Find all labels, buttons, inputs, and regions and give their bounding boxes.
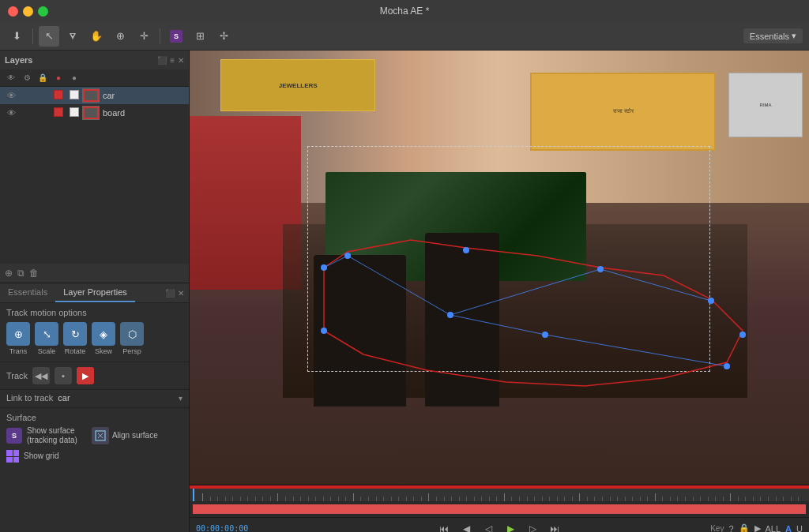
persp-btn-wrapper: ⬡ Persp [120, 322, 144, 355]
tab-essentials[interactable]: Essentials [0, 283, 55, 302]
timeline-cursor[interactable] [193, 489, 194, 501]
lock-icon[interactable]: 🔒 [739, 523, 750, 532]
show-surface-row: S Show surface (tracking data) Align sur… [0, 424, 189, 448]
s-tool-button[interactable]: S [166, 26, 186, 47]
ruler-marks [202, 489, 806, 501]
layer-board-color2[interactable] [66, 107, 82, 118]
track-motion-buttons: ⊕ Trans ⤡ Scale ↻ Rotate [0, 320, 189, 360]
duplicate-layer-icon[interactable]: ⧉ [17, 268, 24, 279]
close-button[interactable] [8, 6, 18, 17]
bezier-tool-button[interactable]: ✢ [213, 26, 234, 47]
props-pin-icon[interactable]: ⬛ [165, 289, 175, 298]
show-surface-sub: (tracking data) [27, 436, 77, 445]
layer-car-name: car [103, 91, 186, 100]
show-grid-row: Show grid [0, 448, 189, 465]
transform-tool-button[interactable]: ✛ [134, 26, 154, 47]
layer-car-swatch-red [54, 90, 63, 99]
layers-empty-area [0, 122, 189, 264]
layer-car-color1[interactable] [51, 90, 66, 101]
timecode-display: 00:00:00:00 [196, 524, 248, 532]
track-motion-label: Track motion options [0, 303, 189, 320]
timeline-bar-1 [193, 504, 806, 514]
layers-close-icon[interactable]: ✕ [178, 56, 184, 65]
tab-layer-properties[interactable]: Layer Properties [55, 283, 135, 302]
all-label[interactable]: ALL [766, 524, 781, 533]
go-start-button[interactable]: ⏮ [436, 521, 452, 533]
scale-button[interactable]: ⤡ [35, 322, 58, 346]
window-controls[interactable] [8, 6, 48, 17]
timeline-ruler[interactable] [190, 489, 809, 501]
scale-label: Scale [38, 347, 56, 355]
align-surface-icon[interactable] [92, 427, 109, 444]
skew-label: Skew [95, 347, 112, 355]
layer-car-color2[interactable] [66, 90, 82, 101]
props-close-icon[interactable]: ✕ [178, 289, 184, 298]
layers-header-icons: ⬛ ≡ ✕ [157, 56, 184, 65]
forward-frame-button[interactable]: ▷ [525, 521, 540, 533]
minimize-button[interactable] [23, 6, 33, 17]
step-back-button[interactable]: ◀ [458, 521, 474, 533]
show-grid-label: Show grid [24, 451, 58, 461]
layer-board-swatch-red [54, 107, 63, 117]
back-frame-button[interactable]: ◁ [480, 521, 496, 533]
layer-board-color1[interactable] [51, 107, 66, 118]
window-title: Mocha AE * [380, 6, 430, 17]
hand-tool-button[interactable]: ✋ [86, 26, 107, 47]
u-icon[interactable]: U [796, 524, 803, 533]
grid-cell-4 [13, 457, 20, 463]
layer-car-eye-icon[interactable]: 👁 [3, 91, 19, 100]
maximize-button[interactable] [38, 6, 48, 17]
link-value: car [58, 393, 70, 403]
grid-tool-button[interactable]: ⊞ [190, 26, 210, 47]
layer-board-name: board [103, 108, 186, 118]
layer-board-thumbnail [82, 106, 100, 120]
trans-label: Trans [9, 347, 28, 355]
main-layout: Layers ⬛ ≡ ✕ 👁 ⚙ 🔒 ● ● 👁 [0, 51, 809, 532]
link-label: Link to track [6, 393, 53, 403]
trans-btn-wrapper: ⊕ Trans [6, 322, 30, 355]
props-header-controls: ⬛ ✕ [135, 283, 189, 302]
keyframe-help-icon[interactable]: ? [728, 524, 733, 533]
trans-button[interactable]: ⊕ [6, 322, 30, 346]
skew-icon: ◈ [100, 328, 107, 340]
layer-row-board[interactable]: 👁 board [0, 104, 189, 122]
main-toolbar: ⬇ ↖ ⛛ ✋ ⊕ ✛ S ⊞ ✢ Essentials ▾ [0, 22, 809, 51]
show-surface-text: Show surface (tracking data) [27, 426, 77, 445]
video-canvas[interactable]: JEWELLERS राजा स्टोर RIMA [190, 51, 809, 485]
select-tool-button[interactable]: ↖ [39, 26, 59, 47]
magnet-tool-button[interactable]: ⛛ [62, 26, 83, 47]
align-icon-svg [95, 430, 106, 441]
track-back-end-button[interactable]: ◀◀ [32, 367, 50, 384]
scale-icon: ⤡ [43, 328, 51, 340]
layers-collapse-icon[interactable]: ⬛ [157, 56, 167, 65]
a-icon[interactable]: A [785, 524, 792, 533]
layers-toolbar: ⊕ ⧉ 🗑 [0, 264, 189, 283]
delete-layer-icon[interactable]: 🗑 [29, 268, 39, 279]
layers-menu-icon[interactable]: ≡ [170, 56, 175, 65]
key-label[interactable]: Key [710, 524, 724, 532]
export-tool-button[interactable]: ⬇ [6, 26, 27, 47]
persp-button[interactable]: ⬡ [120, 322, 144, 346]
grid-cell-2 [13, 450, 20, 456]
zoom-tool-button[interactable]: ⊕ [110, 26, 130, 47]
toolbar-separator-2 [160, 28, 160, 44]
track-back-button[interactable]: ▪ [55, 367, 72, 384]
track-play-button[interactable]: ▶ [77, 367, 94, 384]
play-button[interactable]: ▶ [502, 521, 518, 533]
hindi-sign-1: राजा स्टोर [530, 73, 716, 151]
color2-column-icon: ● [66, 73, 82, 82]
go-end-button[interactable]: ⏭ [547, 521, 563, 533]
skew-button[interactable]: ◈ [92, 322, 115, 346]
rotate-button[interactable]: ↻ [63, 322, 87, 346]
workspace-selector[interactable]: Essentials ▾ [743, 28, 803, 43]
play-forward-icon[interactable]: ▶ [754, 523, 761, 532]
rotate-btn-wrapper: ↻ Rotate [63, 322, 87, 355]
separator-3 [0, 407, 189, 408]
link-dropdown-icon[interactable]: ▾ [179, 394, 182, 403]
layer-board-eye-icon[interactable]: 👁 [3, 108, 19, 118]
separator-2 [0, 389, 189, 390]
layer-row-car[interactable]: 👁 car [0, 87, 189, 104]
add-layer-icon[interactable]: ⊕ [5, 268, 13, 279]
timeline-track-1[interactable] [193, 504, 806, 514]
layer-car-swatch-white [70, 90, 79, 99]
